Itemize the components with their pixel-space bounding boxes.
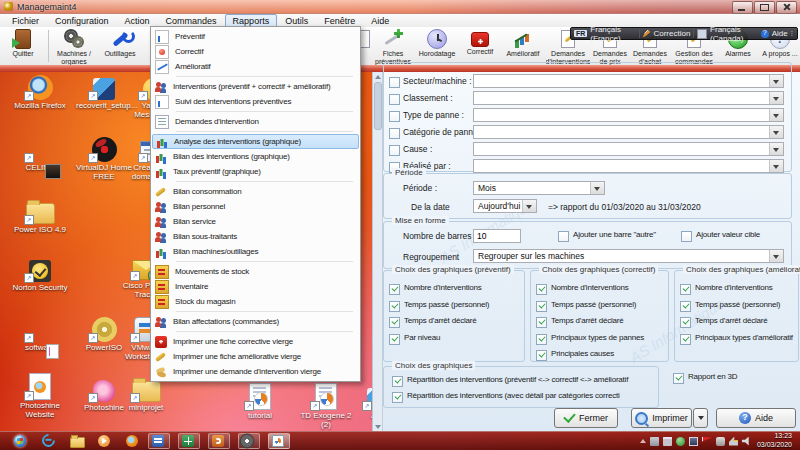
desktop-icon-power-iso-4-9[interactable]: Power ISO 4.9	[12, 196, 68, 235]
desktop-icon-td-exogene-2-2-[interactable]: TD Exogene 2 (2)	[298, 382, 354, 430]
checkbox-box[interactable]	[536, 284, 547, 295]
taskbar-app-ie[interactable]	[41, 434, 56, 448]
menu-item-bilan-sous-traitants[interactable]: Bilan sous-traitants	[152, 229, 359, 244]
chart-option-checkbox[interactable]: Temps passé (personnel)	[536, 300, 663, 312]
checkbox-box[interactable]	[389, 301, 400, 312]
checkbox-box[interactable]	[536, 317, 547, 328]
combo-arrow-icon[interactable]	[769, 126, 783, 138]
desktop-icon-norton-security[interactable]: Norton Security	[12, 254, 68, 293]
checkbox-box[interactable]	[673, 373, 684, 384]
checkbox-box[interactable]	[680, 334, 691, 345]
desktop-icon-recoverit-setup-[interactable]: recoverit_setup...	[76, 72, 132, 111]
checkbox-box[interactable]	[389, 145, 400, 156]
taskbar-app-folder[interactable]	[69, 434, 84, 448]
menu-item-imprimer-une-demande-d-intervention-vier[interactable]: Imprimer une demande d'intervention vier…	[152, 364, 359, 379]
menu-item-bilan-machines-outillages[interactable]: Bilan machines/outillages	[152, 244, 359, 259]
menu-item-imprimer-une-fiche-am-liorative-vierge[interactable]: Imprimer une fiche améliorative vierge	[152, 349, 359, 364]
checkbox-box[interactable]	[389, 111, 400, 122]
menu-item-bilan-affectations-commandes-[interactable]: Bilan affectations (commandes)	[152, 314, 359, 329]
tray-printer-icon[interactable]	[663, 437, 672, 446]
combo-arrow-icon[interactable]	[522, 200, 536, 212]
imprimer-dropdown-button[interactable]	[693, 408, 708, 428]
periode-combo[interactable]: Mois	[473, 181, 605, 195]
combo-arrow-icon[interactable]	[769, 160, 783, 172]
minimize-button[interactable]	[732, 1, 753, 14]
combo-arrow-icon[interactable]	[590, 182, 604, 194]
checkbox-box[interactable]	[536, 334, 547, 345]
menu-item-imprimer-une-fiche-corrective-vierge[interactable]: Imprimer une fiche corrective vierge	[152, 334, 359, 349]
menu-item-analyse-des-interventions-graphique-[interactable]: Analyse des interventions (graphique)	[152, 134, 359, 149]
taskbar-app-excel[interactable]	[178, 433, 200, 449]
checkbox-box[interactable]	[389, 334, 400, 345]
checkbox-box[interactable]	[389, 94, 400, 105]
date-combo[interactable]: Aujourd'hui	[473, 199, 537, 213]
filter-combo-4[interactable]	[473, 142, 784, 156]
toolbar-button-correctif[interactable]: Correctif	[460, 27, 500, 65]
filter-checkbox-4[interactable]	[389, 144, 400, 156]
rapport-3d-checkbox[interactable]: Rapport en 3D	[673, 372, 737, 384]
toolbar-button-fiches-pr-ventives-mises[interactable]: Fiches préventives émises	[372, 27, 414, 65]
checkbox-box[interactable]	[680, 284, 691, 295]
menu-item-bilan-des-interventions-graphique-[interactable]: Bilan des interventions (graphique)	[152, 149, 359, 164]
language-badge[interactable]: FR	[574, 30, 587, 37]
combo-arrow-icon[interactable]	[769, 92, 783, 104]
menu-item-correctif[interactable]: Correctif	[152, 44, 359, 59]
taskbar-app-word[interactable]	[148, 433, 170, 449]
combo-arrow-icon[interactable]	[769, 250, 783, 262]
chart-option-checkbox[interactable]: Principaux types de pannes	[536, 333, 663, 345]
imprimer-button[interactable]: Imprimer	[631, 408, 692, 428]
chart-option-checkbox[interactable]: Temps passé (personnel)	[680, 300, 793, 312]
filter-checkbox-3[interactable]	[389, 127, 400, 139]
add-other-bar-checkbox[interactable]: Ajouter une barre "autre"	[558, 230, 656, 242]
repartition-checkbox[interactable]: Répartition des interventions (préventif…	[392, 375, 658, 387]
taskbar-app-firefox[interactable]	[125, 434, 140, 448]
taskbar-app-ppt[interactable]	[208, 433, 230, 449]
menu-item-bilan-service[interactable]: Bilan service	[152, 214, 359, 229]
tray-wifiwarn-icon[interactable]	[729, 437, 738, 446]
chart-option-checkbox[interactable]: Nombre d'interventions	[680, 283, 793, 295]
langbar-options-icon[interactable]: ⁝	[791, 30, 794, 38]
chart-option-checkbox[interactable]: Temps d'arrêt déclaré	[536, 316, 663, 328]
checkbox-box[interactable]	[389, 317, 400, 328]
tray-volume-icon[interactable]	[742, 437, 751, 446]
regroup-combo[interactable]: Regrouper sur les machines	[473, 249, 784, 263]
taskbar-app-media[interactable]	[97, 434, 112, 448]
menu-item-am-lioratif[interactable]: Amélioratif	[152, 59, 359, 74]
menu-item-mouvements-de-stock[interactable]: Mouvements de stock	[152, 264, 359, 279]
menu-item-bilan-personnel[interactable]: Bilan personnel	[152, 199, 359, 214]
checkbox-box[interactable]	[680, 301, 691, 312]
fermer-button[interactable]: Fermer	[554, 408, 618, 428]
checkbox-box[interactable]	[536, 301, 547, 312]
toolbar-button-machines-organes[interactable]: Machines / organes	[51, 27, 97, 65]
toolbar-button-horodatage[interactable]: Horodatage	[414, 27, 460, 65]
scrollbar-thumb[interactable]	[374, 82, 382, 130]
menu-item-taux-pr-ventif-graphique-[interactable]: Taux préventif (graphique)	[152, 164, 359, 179]
taskbar-app-mm[interactable]	[268, 433, 290, 449]
desktop-icon-mozilla-firefox[interactable]: Mozilla Firefox	[12, 72, 68, 111]
tray-display-icon[interactable]	[689, 437, 698, 446]
vertical-scrollbar[interactable]	[373, 72, 383, 432]
language-name[interactable]: Français (France)	[590, 25, 635, 43]
filter-combo-3[interactable]	[473, 125, 784, 139]
checkbox-box[interactable]	[392, 392, 403, 403]
menu-item-demandes-d-intervention[interactable]: Demandes d'intervention	[152, 114, 359, 129]
menu-item-bilan-consommation[interactable]: Bilan consommation	[152, 184, 359, 199]
keyboard-layout-label[interactable]: Français (Canada)	[710, 25, 758, 43]
close-button[interactable]	[776, 1, 797, 14]
checkbox-box[interactable]	[681, 231, 692, 242]
filter-combo-1[interactable]	[473, 91, 784, 105]
filter-checkbox-0[interactable]	[389, 76, 400, 88]
correction-label[interactable]: Correction	[653, 29, 690, 38]
tray-security-icon[interactable]	[676, 437, 685, 446]
checkbox-box[interactable]	[392, 376, 403, 387]
taskbar-app-gear[interactable]	[238, 433, 260, 449]
menu-item-suivi-des-interventions-pr-ventives[interactable]: Suivi des interventions préventives	[152, 94, 359, 109]
combo-arrow-icon[interactable]	[769, 143, 783, 155]
chart-option-checkbox[interactable]: Principaux types d'amélioratif	[680, 333, 793, 345]
taskbar-app-start[interactable]	[13, 434, 28, 448]
checkbox-box[interactable]	[558, 231, 569, 242]
filter-checkbox-1[interactable]	[389, 93, 400, 105]
chart-option-checkbox[interactable]: Nombre d'interventions	[536, 283, 663, 295]
filter-checkbox-2[interactable]	[389, 110, 400, 122]
checkbox-box[interactable]	[389, 77, 400, 88]
